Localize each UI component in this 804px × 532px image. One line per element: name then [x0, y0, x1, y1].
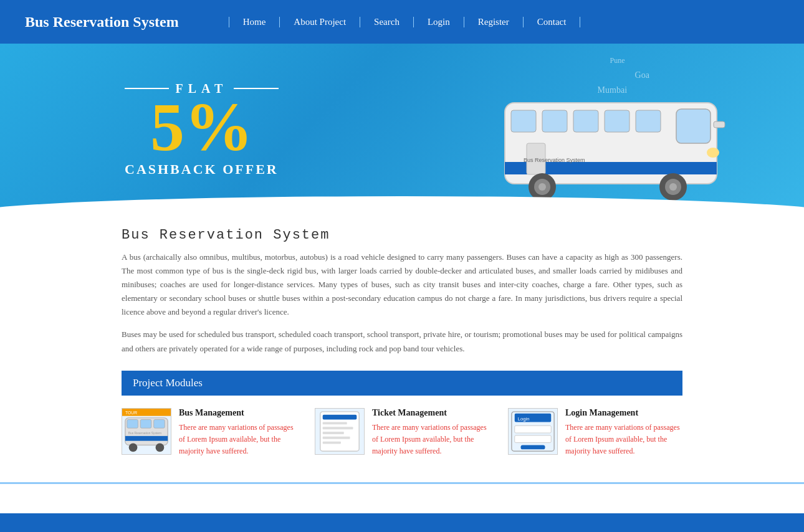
- module-login-desc: There are many variations of passages of…: [565, 422, 682, 458]
- cashback-text: CASHBACK OFFER: [125, 161, 279, 178]
- svg-rect-33: [323, 436, 350, 439]
- svg-rect-5: [573, 110, 598, 132]
- svg-rect-6: [605, 110, 629, 132]
- module-login-thumb: Login: [508, 408, 558, 455]
- svg-rect-19: [125, 435, 168, 440]
- module-ticket-desc: There are many variations of passages of…: [372, 422, 489, 458]
- nav-login[interactable]: Login: [414, 17, 464, 27]
- svg-point-23: [129, 443, 138, 452]
- nav-contact[interactable]: Contact: [524, 17, 581, 27]
- svg-rect-22: [154, 419, 165, 428]
- nav-home[interactable]: Home: [229, 17, 280, 27]
- percent-text: 5%: [125, 93, 279, 161]
- main-content: Bus Reservation System A bus (archaicall…: [122, 215, 682, 482]
- svg-point-24: [156, 443, 165, 452]
- svg-rect-31: [323, 427, 353, 429]
- module-bus-desc: There are many variations of passages of…: [179, 422, 296, 458]
- svg-rect-30: [323, 422, 347, 424]
- svg-rect-16: [714, 121, 725, 128]
- svg-point-9: [707, 148, 719, 158]
- svg-rect-3: [511, 110, 536, 132]
- module-bus: Bus Reservation System TOUR Bus Manageme…: [122, 408, 296, 458]
- banner-left: FLAT 5% CASHBACK OFFER: [125, 44, 279, 215]
- module-ticket: Ticket ManagementThere are many variatio…: [315, 408, 489, 458]
- module-bus-thumb: Bus Reservation System TOUR: [122, 408, 171, 455]
- svg-rect-29: [323, 414, 357, 419]
- svg-rect-32: [323, 432, 344, 434]
- site-title: Bus Reservation System: [25, 14, 179, 31]
- section-title: Bus Reservation System: [122, 227, 682, 243]
- svg-text:Bus Reservation System: Bus Reservation System: [128, 432, 161, 435]
- city-pune: Pune: [610, 56, 679, 65]
- nav-register[interactable]: Register: [464, 17, 524, 27]
- module-bus-title: Bus Management: [179, 408, 296, 418]
- svg-point-15: [669, 183, 677, 191]
- svg-rect-21: [140, 419, 151, 428]
- module-login-title: Login Management: [565, 408, 682, 418]
- nav-search[interactable]: Search: [360, 17, 414, 27]
- nav-about[interactable]: About Project: [280, 17, 360, 27]
- nav: HomeAbout ProjectSearchLoginRegisterCont…: [229, 17, 581, 27]
- svg-rect-2: [676, 109, 711, 143]
- svg-rect-40: [521, 445, 545, 449]
- modules-grid: Bus Reservation System TOUR Bus Manageme…: [122, 408, 682, 458]
- header: Bus Reservation System HomeAbout Project…: [0, 0, 804, 44]
- description-1: A bus (archaically also omnibus, multibu…: [122, 250, 682, 319]
- svg-rect-38: [515, 425, 552, 433]
- module-ticket-title: Ticket Management: [372, 408, 489, 418]
- svg-text:Login: Login: [518, 416, 530, 421]
- svg-rect-20: [127, 419, 138, 428]
- modules-header: Project Modules: [122, 371, 682, 396]
- svg-rect-7: [636, 110, 661, 132]
- banner: FLAT 5% CASHBACK OFFER PuneGoaMumbaiGuja…: [0, 44, 804, 215]
- svg-rect-34: [323, 441, 341, 444]
- svg-text:TOUR: TOUR: [125, 410, 137, 414]
- svg-text:Bus Reservation System: Bus Reservation System: [524, 157, 585, 163]
- footer-top-line: [0, 482, 804, 484]
- svg-rect-39: [515, 435, 552, 442]
- svg-rect-4: [542, 110, 567, 132]
- module-login: Login Login ManagementThere are many var…: [508, 408, 682, 458]
- bus-image: Bus Reservation System: [492, 72, 729, 209]
- svg-point-12: [538, 183, 546, 191]
- module-ticket-thumb: [315, 408, 365, 455]
- description-2: Buses may be used for scheduled bus tran…: [122, 328, 682, 355]
